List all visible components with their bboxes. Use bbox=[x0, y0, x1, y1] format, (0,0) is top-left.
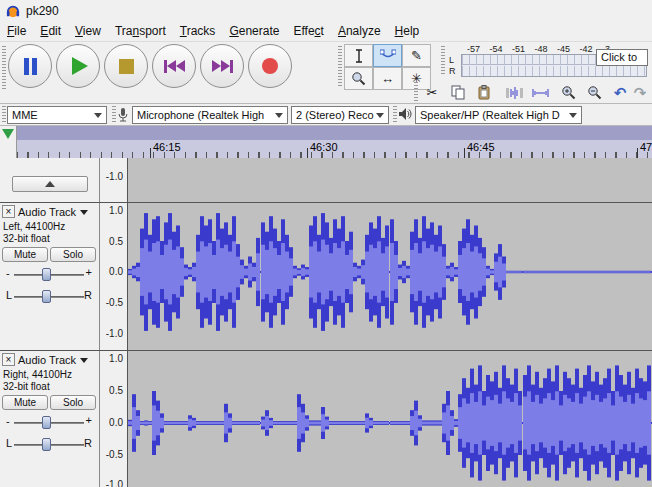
toolbar-grip[interactable] bbox=[2, 46, 6, 90]
timeline-ruler[interactable]: 46:1546:3046:4547 bbox=[0, 126, 652, 158]
device-grip-3[interactable] bbox=[393, 106, 397, 124]
meter-bar-right bbox=[462, 66, 646, 76]
partial-track-ruler[interactable]: -1.0 bbox=[100, 158, 128, 202]
menu-item-view[interactable]: View bbox=[68, 22, 108, 41]
track1-gain-thumb[interactable] bbox=[42, 268, 51, 281]
menu-item-edit[interactable]: Edit bbox=[33, 22, 68, 41]
track2-panel: × Audio Track Right, 44100Hz 32-bit floa… bbox=[0, 351, 100, 487]
track2-close-button[interactable]: × bbox=[2, 353, 15, 366]
track1-vertical-ruler[interactable]: 1.0 0.5 0.0 -0.5 -1.0 bbox=[100, 203, 128, 350]
partial-track: -1.0 bbox=[0, 158, 652, 202]
magnifier-icon bbox=[351, 71, 366, 86]
track1-format-info: 32-bit float bbox=[3, 233, 50, 244]
device-grip-2[interactable] bbox=[112, 106, 116, 124]
play-button[interactable] bbox=[56, 44, 100, 88]
skip-to-end-button[interactable] bbox=[200, 44, 244, 88]
meter-grip[interactable] bbox=[441, 46, 445, 76]
track1-panel: × Audio Track Left, 44100Hz 32-bit float… bbox=[0, 203, 100, 350]
redo-button[interactable]: ↷ bbox=[630, 82, 650, 103]
timeline-time-label: 46:45 bbox=[467, 141, 495, 153]
chevron-down-icon bbox=[275, 113, 283, 118]
cut-button[interactable]: ✂ bbox=[420, 82, 444, 103]
copy-button[interactable] bbox=[446, 82, 470, 103]
pan-right-label: R bbox=[84, 289, 92, 301]
device-grip[interactable] bbox=[2, 106, 6, 124]
tool-draw[interactable]: ✎ bbox=[402, 44, 431, 67]
tool-time-shift[interactable]: ↔ bbox=[373, 67, 402, 90]
skip-to-start-button[interactable] bbox=[152, 44, 196, 88]
title-bar: pk290 bbox=[0, 0, 652, 22]
menu-item-transport[interactable]: Transport bbox=[108, 22, 173, 41]
track1-pan-thumb[interactable] bbox=[42, 290, 51, 303]
track2-pan-thumb[interactable] bbox=[42, 438, 51, 451]
track2-waveform-canvas[interactable] bbox=[128, 351, 652, 487]
recording-device-select[interactable]: Microphone (Realtek High bbox=[132, 106, 288, 124]
chevron-down-icon bbox=[569, 113, 577, 118]
menu-item-tracks[interactable]: Tracks bbox=[173, 22, 223, 41]
track2-gain-thumb[interactable] bbox=[42, 416, 51, 429]
undo-icon: ↶ bbox=[614, 84, 627, 102]
track1-waveform-canvas[interactable] bbox=[128, 203, 652, 350]
stop-button[interactable] bbox=[104, 44, 148, 88]
ruler-label: -0.5 bbox=[106, 450, 123, 460]
track2-solo-button[interactable]: Solo bbox=[50, 395, 96, 410]
edit-grip[interactable] bbox=[414, 82, 418, 102]
playhead-pin-box[interactable] bbox=[0, 126, 17, 158]
timeline-time-label: 46:30 bbox=[310, 141, 338, 153]
track1-solo-button[interactable]: Solo bbox=[50, 247, 96, 262]
menu-item-effect[interactable]: Effect bbox=[286, 22, 330, 41]
tool-zoom[interactable] bbox=[344, 67, 373, 90]
selection-tool-icon bbox=[352, 48, 366, 64]
timeline-major-tick bbox=[464, 148, 465, 158]
track2-channel-info: Right, 44100Hz bbox=[3, 369, 72, 380]
track2-menu-caret-icon[interactable] bbox=[80, 358, 88, 363]
record-button[interactable] bbox=[248, 44, 292, 88]
zoom-out-icon bbox=[587, 85, 602, 100]
menu-item-file[interactable]: File bbox=[0, 22, 33, 41]
track1-menu-caret-icon[interactable] bbox=[80, 210, 88, 215]
track1-waveform-area[interactable] bbox=[128, 203, 652, 350]
menu-item-analyze[interactable]: Analyze bbox=[331, 22, 388, 41]
track1-close-button[interactable]: × bbox=[2, 205, 15, 218]
trim-audio-button[interactable] bbox=[502, 82, 526, 103]
speaker-icon bbox=[398, 107, 412, 121]
chevron-down-icon bbox=[376, 113, 384, 118]
scissors-icon: ✂ bbox=[427, 85, 438, 100]
play-icon bbox=[72, 57, 88, 75]
tools-grip[interactable] bbox=[338, 46, 342, 88]
toolbar-zone: ✎ ↔ ✳ -57 -54 -51 -48 -45 -42 -3 L R Cli… bbox=[0, 42, 652, 104]
tool-envelope[interactable] bbox=[373, 44, 402, 67]
partial-track-waveform[interactable] bbox=[128, 158, 652, 202]
microphone-icon bbox=[117, 107, 129, 123]
audacity-logo-icon bbox=[6, 4, 20, 18]
menu-item-help[interactable]: Help bbox=[388, 22, 427, 41]
ruler-label: -1.0 bbox=[106, 480, 123, 487]
gain-plus-label: + bbox=[86, 414, 92, 426]
track1-mute-button[interactable]: Mute bbox=[2, 247, 48, 262]
timeline-major-tick bbox=[637, 148, 638, 158]
track2-mute-button[interactable]: Mute bbox=[2, 395, 48, 410]
ruler-label: 0.0 bbox=[109, 418, 123, 428]
zoom-in-button[interactable] bbox=[556, 82, 580, 103]
pan-right-label: R bbox=[84, 437, 92, 449]
ruler-label: 0.5 bbox=[109, 386, 123, 396]
audio-host-select[interactable]: MME bbox=[7, 106, 107, 124]
playback-device-select[interactable]: Speaker/HP (Realtek High D bbox=[415, 106, 582, 124]
paste-button[interactable] bbox=[472, 82, 496, 103]
silence-audio-button[interactable] bbox=[528, 82, 552, 103]
playhead-triangle-icon bbox=[2, 129, 14, 139]
timeline-major-tick bbox=[150, 148, 151, 158]
undo-button[interactable]: ↶ bbox=[608, 82, 632, 103]
zoom-out-button[interactable] bbox=[582, 82, 606, 103]
tool-selection[interactable] bbox=[344, 44, 373, 67]
menu-item-generate[interactable]: Generate bbox=[222, 22, 286, 41]
ruler-label: 1.0 bbox=[109, 206, 123, 216]
track2-waveform-area[interactable] bbox=[128, 351, 652, 487]
collapse-track-button[interactable] bbox=[12, 176, 88, 192]
timeline-time-label: 46:15 bbox=[153, 141, 181, 153]
track1-channel-info: Left, 44100Hz bbox=[3, 221, 65, 232]
pan-left-label: L bbox=[6, 289, 12, 301]
track2-vertical-ruler[interactable]: 1.0 0.5 0.0 -0.5 -1.0 bbox=[100, 351, 128, 487]
pause-button[interactable] bbox=[8, 44, 52, 88]
recording-channels-select[interactable]: 2 (Stereo) Recor bbox=[291, 106, 389, 124]
